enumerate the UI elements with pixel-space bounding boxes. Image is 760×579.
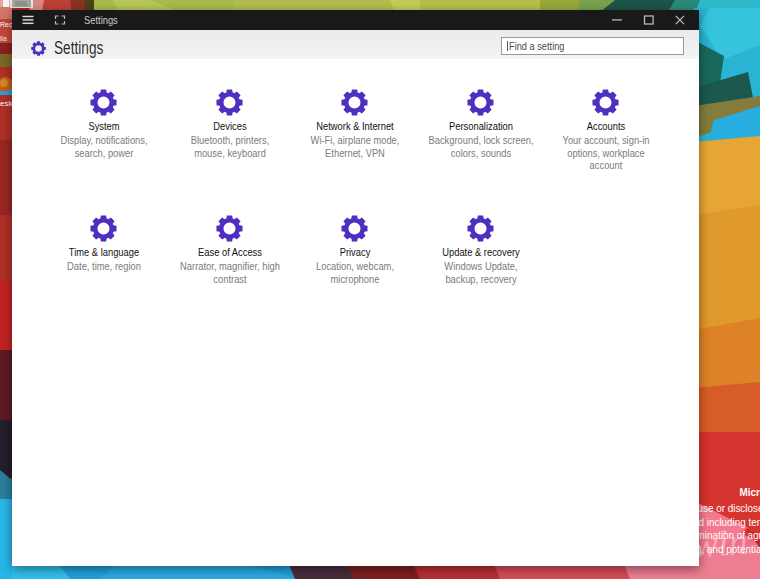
svg-text:Microsoft C: Microsoft C <box>740 487 760 499</box>
svg-text:win: win <box>691 520 749 566</box>
svg-text:use or disclose the: use or disclose the <box>698 502 760 514</box>
svg-text:ila: ila <box>0 35 7 42</box>
